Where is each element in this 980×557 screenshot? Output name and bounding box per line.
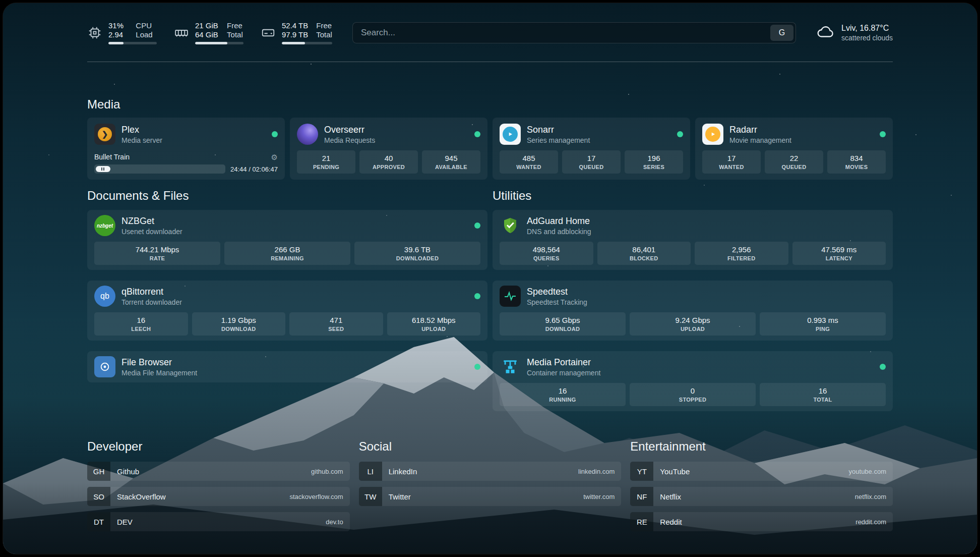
bookmark-name: LinkedIn	[389, 467, 417, 476]
stat-upload: 618.52 MbpsUPLOAD	[387, 312, 481, 336]
bookmark-netflix[interactable]: NF Netflix netflix.com	[630, 487, 893, 506]
stat-ping: 0.993 msPING	[760, 312, 886, 336]
disk-free-label: Free	[316, 21, 332, 30]
cpu-widget: 31% CPU 2.94 Load	[87, 21, 157, 44]
bookmark-name: DEV	[117, 518, 133, 526]
service-card-portainer[interactable]: Media Portainer Container management 16R…	[493, 351, 893, 411]
service-stats: 744.21 MbpsRATE 266 GBREMAINING 39.6 TBD…	[94, 242, 480, 265]
bookmark-abbr: YT	[630, 462, 653, 481]
disk-widget: 52.4 TB Free 97.9 TB Total	[261, 21, 332, 44]
service-card-filebrowser[interactable]: File Browser Media File Management	[87, 351, 487, 382]
stat-queries: 498,564QUERIES	[500, 242, 593, 265]
service-name: Radarr	[729, 125, 791, 135]
bookmark-domain: linkedin.com	[578, 468, 615, 475]
bookmark-name: YouTube	[660, 467, 690, 476]
service-subtitle: Torrent downloader	[121, 298, 182, 306]
bookmark-name: Netflix	[660, 492, 681, 501]
gear-icon[interactable]: ⚙	[271, 153, 278, 161]
service-card-qbittorrent[interactable]: qb qBittorrent Torrent downloader 16LEEC…	[87, 281, 487, 341]
service-name: NZBGet	[121, 216, 182, 227]
bookmark-linkedin[interactable]: LI LinkedIn linkedin.com	[359, 462, 622, 481]
section-title-documents: Documents & Files	[87, 189, 487, 203]
bookmark-name: StackOverflow	[117, 492, 166, 501]
stat-wanted: 485WANTED	[500, 150, 558, 174]
stat-queued: 22QUEUED	[765, 150, 823, 174]
stat-running: 16RUNNING	[500, 383, 626, 406]
disk-progress-bar	[282, 42, 332, 44]
header-divider	[87, 62, 893, 62]
service-card-nzbget[interactable]: nzbget NZBGet Usenet downloader 744.21 M…	[87, 210, 487, 270]
weather-location: Lviv, 16.87°C	[841, 24, 893, 33]
service-stats: 16RUNNING 0STOPPED 16TOTAL	[500, 383, 886, 406]
bookmark-youtube[interactable]: YT YouTube youtube.com	[630, 462, 893, 481]
bookmark-github[interactable]: GH Github github.com	[87, 462, 350, 481]
service-card-adguard[interactable]: AdGuard Home DNS and adblocking 498,564Q…	[493, 210, 893, 270]
service-card-plex[interactable]: ❯ Plex Media server Bullet Train ⚙	[87, 118, 285, 180]
memory-progress-bar	[195, 42, 243, 44]
documents-column: Documents & Files nzbget NZBGet Usenet d…	[87, 189, 487, 411]
section-title-developer: Developer	[87, 439, 350, 454]
bookmark-abbr: DT	[87, 512, 110, 531]
playback-progress-track[interactable]	[94, 164, 225, 174]
stat-remaining: 266 GBREMAINING	[224, 242, 350, 265]
status-dot	[272, 131, 278, 137]
service-name: Overseerr	[324, 125, 375, 135]
search-provider-button[interactable]: G	[770, 25, 793, 41]
filebrowser-icon	[94, 356, 115, 377]
speedtest-icon	[500, 286, 521, 307]
search-input[interactable]	[355, 28, 770, 38]
service-name: qBittorrent	[121, 287, 182, 297]
status-dot	[880, 131, 886, 137]
service-card-overseerr[interactable]: Overseerr Media Requests 21PENDING 40APP…	[290, 118, 487, 180]
bookmark-abbr: NF	[630, 487, 653, 506]
section-title-utilities: Utilities	[493, 189, 893, 203]
memory-free-value: 21 GiB	[195, 21, 219, 30]
stat-total: 16TOTAL	[760, 383, 886, 406]
sonarr-icon	[500, 124, 521, 145]
service-name: File Browser	[121, 357, 197, 368]
bookmark-abbr: RE	[630, 512, 653, 531]
pause-button[interactable]	[96, 166, 110, 172]
bookmark-group-social: Social LI LinkedIn linkedin.com TW Twitt…	[359, 439, 622, 531]
stat-filtered: 2,956FILTERED	[695, 242, 788, 265]
stat-movies: 834MOVIES	[827, 150, 886, 174]
now-playing-title: Bullet Train	[94, 153, 130, 161]
dashboard-screen: 31% CPU 2.94 Load	[3, 3, 977, 554]
service-card-radarr[interactable]: Radarr Movie management 17WANTED 22QUEUE…	[695, 118, 893, 180]
bookmark-domain: twitter.com	[583, 493, 615, 500]
memory-icon	[174, 25, 189, 40]
service-card-sonarr[interactable]: Sonarr Series management 485WANTED 17QUE…	[493, 118, 690, 180]
service-stats: 485WANTED 17QUEUED 196SERIES	[500, 150, 683, 174]
memory-total-label: Total	[227, 30, 243, 39]
overseerr-icon	[297, 124, 318, 145]
service-stats: 16LEECH 1.19 GbpsDOWNLOAD 471SEED 618.52…	[94, 312, 480, 336]
bookmark-dev[interactable]: DT DEV dev.to	[87, 512, 350, 531]
bookmark-domain: netflix.com	[855, 493, 886, 500]
snow-specks	[3, 3, 4, 4]
stat-approved: 40APPROVED	[359, 150, 418, 174]
utilities-column: Utilities AdGuard Home	[493, 189, 893, 411]
stat-wanted: 17WANTED	[702, 150, 761, 174]
disk-total-value: 97.9 TB	[282, 30, 308, 39]
memory-total-value: 64 GiB	[195, 30, 219, 39]
bookmark-stackoverflow[interactable]: SO StackOverflow stackoverflow.com	[87, 487, 350, 506]
qbittorrent-icon: qb	[94, 286, 115, 307]
stat-available: 945AVAILABLE	[422, 150, 480, 174]
bookmarks-area: Developer GH Github github.com SO StackO…	[87, 439, 893, 531]
bookmark-reddit[interactable]: RE Reddit reddit.com	[630, 512, 893, 531]
service-card-speedtest[interactable]: Speedtest Speedtest Tracking 9.65 GbpsDO…	[493, 281, 893, 341]
bookmark-domain: stackoverflow.com	[289, 493, 343, 500]
stat-rate: 744.21 MbpsRATE	[94, 242, 220, 265]
status-dot	[474, 364, 480, 370]
stat-latency: 47.569 msLATENCY	[792, 242, 886, 265]
radarr-icon	[702, 124, 723, 145]
bookmark-twitter[interactable]: TW Twitter twitter.com	[359, 487, 622, 506]
cpu-load-label: Load	[136, 30, 157, 39]
weather-condition: scattered clouds	[841, 34, 893, 42]
service-stats: 9.65 GbpsDOWNLOAD 9.24 GbpsUPLOAD 0.993 …	[500, 312, 886, 336]
service-name: Media Portainer	[527, 357, 600, 368]
status-dot	[474, 222, 480, 229]
service-subtitle: Movie management	[729, 136, 791, 144]
weather-widget: Lviv, 16.87°C scattered clouds	[816, 22, 893, 43]
status-dot	[880, 364, 886, 370]
